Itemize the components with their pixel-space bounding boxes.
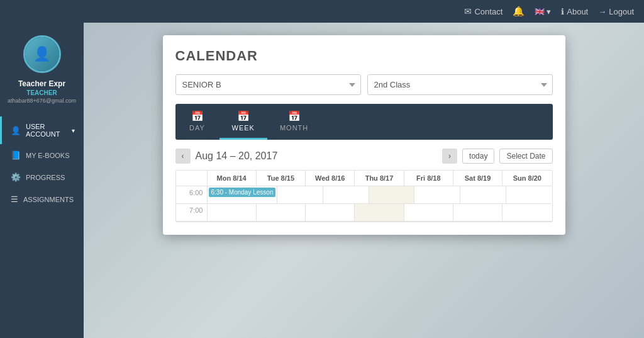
sidebar-item-my-ebooks[interactable]: 📘 MY E-BOOKS (0, 144, 84, 166)
cell-sun-700[interactable] (502, 204, 552, 222)
calendar-dropdowns: SENIOR B 2nd Class (175, 74, 553, 95)
day-header-wed: Wed 8/16 (306, 171, 355, 186)
cell-sun-600[interactable] (506, 186, 552, 204)
calendar-modal: CALENDAR SENIOR B 2nd Class 📅 DAY (163, 35, 565, 235)
subject-dropdown[interactable]: 2nd Class (367, 74, 553, 95)
calendar-row-600: 6:00 6:30 - Monday Lesson (176, 186, 552, 204)
next-week-button[interactable]: › (442, 149, 457, 164)
cell-thu-600[interactable] (369, 186, 415, 204)
cell-tue-700[interactable] (257, 204, 306, 222)
cell-sat-700[interactable] (453, 204, 502, 222)
contact-label: Contact (474, 7, 502, 16)
day-header-mon: Mon 8/14 (208, 171, 257, 186)
calendar-tab-bar: 📅 DAY 📅 WEEK 📅 MONTH (175, 104, 553, 140)
progress-icon: ⚙️ (11, 172, 21, 182)
user-account-icon: 👤 (11, 126, 21, 135)
user-role: TEACHER (26, 89, 57, 96)
select-date-button[interactable]: Select Date (499, 149, 552, 164)
event-monday-lesson[interactable]: 6:30 - Monday Lesson (209, 188, 276, 197)
day-header-thu: Thu 8/17 (355, 171, 404, 186)
time-label-600: 6:00 (176, 186, 208, 204)
contact-link[interactable]: ✉ Contact (464, 6, 502, 16)
tab-day[interactable]: 📅 DAY (175, 104, 219, 140)
hero-area: ✉ 📁 📱 💻 🖨 📟 ✈ CALENDAR SENIOR B (84, 23, 644, 338)
sidebar-item-label: MY E-BOOKS (26, 152, 75, 159)
time-header (176, 171, 208, 186)
cell-wed-700[interactable] (306, 204, 355, 222)
calendar-navigation: ‹ Aug 14 – 20, 2017 › today Select Date (175, 149, 553, 164)
prev-week-button[interactable]: ‹ (175, 149, 191, 164)
tab-week[interactable]: 📅 WEEK (219, 104, 267, 140)
tab-month-label: MONTH (280, 124, 308, 132)
sidebar-item-label: ASSIGNMENTS (23, 196, 75, 203)
cell-mon-600[interactable]: 6:30 - Monday Lesson (208, 186, 278, 204)
ebooks-icon: 📘 (11, 150, 21, 160)
cell-mon-700[interactable] (208, 204, 257, 222)
user-name: Teacher Expr (18, 79, 65, 88)
today-button[interactable]: today (462, 149, 494, 164)
sidebar-item-user-account[interactable]: 👤 USER ACCOUNT ▾ (0, 116, 84, 144)
day-header-sat: Sat 8/19 (453, 171, 502, 186)
cell-fri-600[interactable] (414, 186, 460, 204)
logout-label: Logout (609, 7, 634, 16)
about-link[interactable]: ℹ About (561, 7, 588, 16)
cell-tue-600[interactable] (277, 186, 323, 204)
day-header-sun: Sun 8/20 (502, 171, 552, 186)
sidebar: 👤 Teacher Expr TEACHER athabar88+676@gma… (0, 23, 84, 338)
tab-day-label: DAY (189, 124, 205, 132)
month-icon: 📅 (288, 110, 301, 122)
cell-fri-700[interactable] (404, 204, 453, 222)
user-email: athabar88+676@gmal.com (8, 98, 76, 104)
sidebar-item-label: USER ACCOUNT (26, 123, 67, 138)
calendar-title: CALENDAR (175, 48, 553, 64)
about-label: About (567, 7, 588, 16)
about-icon: ℹ (561, 7, 564, 16)
sidebar-navigation: 👤 USER ACCOUNT ▾ 📘 MY E-BOOKS ⚙️ PROGRES… (0, 116, 84, 210)
sidebar-item-label: PROGRESS (26, 174, 75, 181)
day-icon: 📅 (191, 110, 204, 122)
date-range-label: Aug 14 – 20, 2017 (196, 150, 438, 162)
contact-icon: ✉ (464, 6, 472, 16)
logout-icon: → (598, 7, 606, 16)
sidebar-item-progress[interactable]: ⚙️ PROGRESS (0, 166, 84, 188)
tab-week-label: WEEK (232, 124, 255, 132)
cell-wed-600[interactable] (323, 186, 369, 204)
cell-thu-700[interactable] (355, 204, 404, 222)
assignments-icon: ☰ (11, 194, 18, 204)
cell-sat-600[interactable] (460, 186, 506, 204)
avatar: 👤 (23, 35, 61, 73)
day-header-fri: Fri 8/18 (404, 171, 453, 186)
flag-arrow: ▾ (547, 7, 551, 16)
language-selector-button[interactable]: 🇬🇧 ▾ (535, 7, 551, 16)
sidebar-item-assignments[interactable]: ☰ ASSIGNMENTS (0, 188, 84, 210)
flag-icon: 🇬🇧 (535, 7, 545, 16)
calendar-grid: Mon 8/14 Tue 8/15 Wed 8/16 Thu 8/17 Fri … (175, 170, 553, 222)
calendar-row-700: 7:00 (176, 204, 552, 222)
class-dropdown[interactable]: SENIOR B (175, 74, 361, 95)
top-navigation: ✉ Contact 🔔 🇬🇧 ▾ ℹ About → Logout (0, 0, 644, 23)
day-header-tue: Tue 8/15 (257, 171, 306, 186)
week-icon: 📅 (237, 110, 250, 122)
time-label-700: 7:00 (176, 204, 208, 222)
logout-link[interactable]: → Logout (598, 7, 634, 16)
notification-bell-button[interactable]: 🔔 (513, 6, 525, 17)
chevron-down-icon: ▾ (72, 127, 75, 134)
modal-overlay: CALENDAR SENIOR B 2nd Class 📅 DAY (84, 23, 644, 338)
calendar-header-row: Mon 8/14 Tue 8/15 Wed 8/16 Thu 8/17 Fri … (176, 171, 552, 186)
tab-month[interactable]: 📅 MONTH (267, 104, 321, 140)
avatar-image: 👤 (25, 37, 59, 71)
main-layout: 👤 Teacher Expr TEACHER athabar88+676@gma… (0, 23, 644, 338)
